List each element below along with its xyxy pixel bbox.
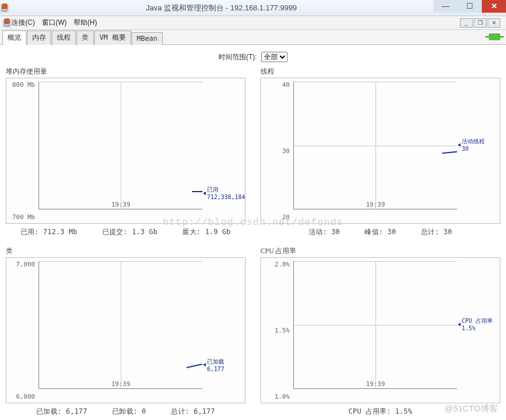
titlebar: Java 监视和管理控制台 - 192.168.1.177:9999 — ☐ ✕ bbox=[0, 0, 506, 16]
time-range-row: 时间范围(T): 全部 bbox=[6, 52, 500, 62]
y-tick: 40 bbox=[282, 81, 290, 88]
panel-cpu-frame: 2.0% 1.5% 1.0% CPU 占用率 1.5% 19:39 bbox=[260, 257, 500, 403]
marker-value: 712,338,184 bbox=[207, 194, 245, 200]
tab-threads[interactable]: 线程 bbox=[52, 30, 76, 45]
tabbar: 概览 内存 线程 类 VM 概要 MBean bbox=[0, 30, 506, 45]
stats-cpu: CPU 占用率: 1.5% bbox=[260, 407, 500, 417]
mdi-controls: _ ❐ ✕ bbox=[460, 18, 504, 28]
marker-title: 活动线程 bbox=[462, 138, 485, 144]
mdi-minimize-button[interactable]: _ bbox=[460, 18, 473, 28]
connection-status-icon bbox=[485, 33, 504, 44]
menubar: 连接(C) 窗口(W) 帮助(H) _ ❐ ✕ bbox=[0, 16, 506, 30]
time-range-select[interactable]: 全部 bbox=[261, 52, 288, 62]
y-tick: 1.5% bbox=[275, 327, 290, 334]
plot-classes: 已加载 6,177 19:39 bbox=[39, 261, 202, 389]
panel-heap-title: 堆内存使用量 bbox=[6, 67, 246, 77]
x-tick: 19:39 bbox=[294, 380, 457, 388]
panel-cpu: CPU 占用率 2.0% 1.5% 1.0% CPU 占用率 1.5% bbox=[260, 246, 500, 417]
y-tick: 800 Mb bbox=[12, 81, 35, 88]
y-tick: 30 bbox=[282, 147, 290, 155]
plot-heap: 已用 712,338,184 19:39 bbox=[39, 82, 202, 209]
maximize-button[interactable]: ☐ bbox=[458, 0, 482, 13]
x-tick: 19:39 bbox=[294, 201, 457, 208]
minimize-button[interactable]: — bbox=[434, 0, 458, 13]
y-tick: 2.0% bbox=[275, 260, 290, 268]
plot-marker bbox=[442, 151, 457, 154]
time-range-label: 时间范围(T): bbox=[218, 53, 257, 61]
y-tick: 6,000 bbox=[16, 393, 35, 400]
y-tick: 700 Mb bbox=[12, 213, 35, 221]
chart-threads: 40 30 20 活动线程 30 19:39 bbox=[264, 82, 496, 220]
marker-value: 1.5% bbox=[462, 325, 476, 331]
menu-window[interactable]: 窗口(W) bbox=[42, 18, 67, 28]
tab-overview[interactable]: 概览 bbox=[2, 30, 26, 45]
panel-classes-frame: 7,000 6,000 已加载 6,177 19:39 bbox=[6, 257, 246, 403]
java-icon bbox=[0, 3, 9, 13]
panel-cpu-title: CPU 占用率 bbox=[260, 246, 500, 256]
marker-title: 已用 bbox=[207, 186, 218, 193]
chart-heap: 800 Mb 700 Mb 已用 712,338,184 19:39 bbox=[10, 82, 241, 220]
marker-value: 6,177 bbox=[207, 366, 224, 372]
panel-heap-frame: 800 Mb 700 Mb 已用 712,338,184 19:39 bbox=[6, 78, 246, 224]
y-tick: 7,000 bbox=[16, 260, 35, 268]
stats-heap: 已用: 712.3 Mb 已提交: 1.3 Gb 最大: 1.9 Gb bbox=[6, 227, 246, 237]
menu-help[interactable]: 帮助(H) bbox=[74, 18, 97, 28]
tab-mbean[interactable]: MBean bbox=[132, 32, 163, 45]
x-tick: 19:39 bbox=[39, 201, 202, 208]
panel-threads-title: 线程 bbox=[260, 67, 500, 77]
plot-threads: 活动线程 30 19:39 bbox=[293, 82, 457, 209]
marker-title: 已加载 bbox=[207, 358, 224, 365]
window-buttons: — ☐ ✕ bbox=[434, 3, 506, 13]
panel-threads-frame: 40 30 20 活动线程 30 19:39 bbox=[260, 78, 500, 224]
y-tick: 1.0% bbox=[275, 393, 290, 400]
x-tick: 19:39 bbox=[39, 380, 202, 388]
panel-classes: 类 7,000 6,000 已加载 6,177 bbox=[6, 246, 246, 417]
tab-vmsummary[interactable]: VM 概要 bbox=[94, 30, 131, 45]
panel-classes-title: 类 bbox=[6, 246, 246, 256]
panel-heap: 堆内存使用量 800 Mb 700 Mb 已用 712,338,184 bbox=[6, 67, 246, 237]
chart-cpu: 2.0% 1.5% 1.0% CPU 占用率 1.5% 19:39 bbox=[264, 261, 496, 399]
y-tick: 20 bbox=[282, 213, 290, 221]
content: 时间范围(T): 全部 堆内存使用量 800 Mb 700 Mb bbox=[0, 45, 506, 417]
window-title: Java 监视和管理控制台 - 192.168.1.177:9999 bbox=[9, 3, 434, 13]
marker-value: 30 bbox=[462, 146, 469, 152]
plot-marker bbox=[192, 191, 202, 192]
java-icon bbox=[2, 18, 12, 28]
close-button[interactable]: ✕ bbox=[482, 0, 506, 13]
tab-classes[interactable]: 类 bbox=[76, 30, 94, 45]
menu-connect[interactable]: 连接(C) bbox=[12, 18, 35, 28]
mdi-close-button[interactable]: ✕ bbox=[488, 18, 500, 28]
chart-classes: 7,000 6,000 已加载 6,177 19:39 bbox=[10, 261, 241, 399]
panel-threads: 线程 40 30 20 活动线程 30 bbox=[260, 67, 500, 237]
marker-title: CPU 占用率 bbox=[462, 318, 493, 324]
stats-classes: 已加载: 6,177 已卸载: 0 总计: 6,177 bbox=[6, 407, 246, 417]
stats-threads: 活动: 30 峰值: 30 总计: 30 bbox=[260, 227, 500, 237]
mdi-restore-button[interactable]: ❐ bbox=[474, 18, 486, 28]
plot-cpu: CPU 占用率 1.5% 19:39 bbox=[293, 261, 457, 389]
tab-memory[interactable]: 内存 bbox=[27, 30, 51, 45]
plot-marker bbox=[186, 364, 202, 368]
